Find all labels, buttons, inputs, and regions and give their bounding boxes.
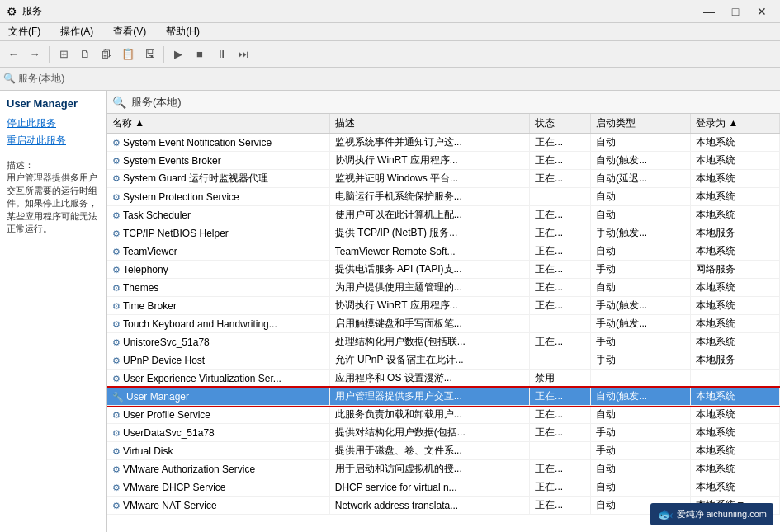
address-label: 🔍 服务(本地) xyxy=(3,72,64,86)
cell-desc: 用于启动和访问虚拟机的授... xyxy=(329,460,529,478)
cell-starttype: 自动 xyxy=(591,406,691,424)
cell-name: ⚙System Protection Service xyxy=(107,188,329,206)
col-header-logon[interactable]: 登录为 ▲ xyxy=(691,114,780,134)
toolbar-separator-2 xyxy=(163,46,164,63)
table-row[interactable]: ⚙System Events Broker 协调执行 WinRT 应用程序...… xyxy=(107,152,780,170)
table-row[interactable]: ⚙VMware DHCP Service DHCP service for vi… xyxy=(107,478,780,497)
services-table[interactable]: 名称 ▲ 描述 状态 启动类型 登录为 ▲ ⚙System Event Noti… xyxy=(107,114,780,532)
window-title: 服务 xyxy=(22,4,42,18)
table-row[interactable]: ⚙User Experience Virtualization Ser... 应… xyxy=(107,370,780,388)
cell-status: 正在... xyxy=(530,478,591,497)
col-header-name[interactable]: 名称 ▲ xyxy=(107,114,329,134)
cell-desc: 协调执行 WinRT 应用程序... xyxy=(329,297,529,315)
cell-status xyxy=(530,442,591,460)
cell-desc: 用户管理器提供多用户交互... xyxy=(329,388,529,406)
show-hide-console-button[interactable]: ⊞ xyxy=(54,45,73,64)
cell-name: ⚙Telephony xyxy=(107,261,329,279)
cell-starttype: 手动(触发... xyxy=(591,297,691,315)
cell-logon: 本地系统 xyxy=(691,152,780,170)
table-row[interactable]: ⚙Touch Keyboard and Handwriting... 启用触摸键… xyxy=(107,315,780,333)
pause-button[interactable]: ⏸ xyxy=(211,45,231,64)
restart-button[interactable]: ⏭ xyxy=(233,45,253,64)
table-row[interactable]: ⚙Time Broker 协调执行 WinRT 应用程序... 正在... 手动… xyxy=(107,297,780,315)
table-row[interactable]: ⚙UnistoreSvc_51a78 处理结构化用户数据(包括联... 正在..… xyxy=(107,333,780,351)
stop-button[interactable]: ■ xyxy=(190,45,210,64)
cell-starttype xyxy=(591,370,691,388)
cell-name: ⚙Touch Keyboard and Handwriting... xyxy=(107,315,329,333)
cell-status: 正在... xyxy=(530,279,591,297)
table-row[interactable]: ⚙TeamViewer TeamViewer Remote Soft... 正在… xyxy=(107,242,780,261)
cell-name: ⚙System Event Notification Service xyxy=(107,134,329,152)
cell-logon: 本地服务 xyxy=(691,224,780,242)
copy-button[interactable]: 🗐 xyxy=(97,45,116,64)
cell-starttype: 手动 xyxy=(591,442,691,460)
cell-logon: 本地系统 xyxy=(691,460,780,478)
start-button[interactable]: ▶ xyxy=(168,45,188,64)
table-row[interactable]: ⚙Telephony 提供电话服务 API (TAPI)支... 正在... 手… xyxy=(107,261,780,279)
title-bar: ⚙ 服务 — □ ✕ xyxy=(0,0,780,23)
stop-service-link[interactable]: 停止此服务 xyxy=(7,116,100,130)
menu-view[interactable]: 查看(V) xyxy=(108,23,151,40)
restart-service-link[interactable]: 重启动此服务 xyxy=(7,134,100,148)
cell-name: ⚙TeamViewer xyxy=(107,242,329,261)
table-row[interactable]: ⚙TCP/IP NetBIOS Helper 提供 TCP/IP (NetBT)… xyxy=(107,224,780,242)
cell-starttype: 自动 xyxy=(591,188,691,206)
forward-button[interactable]: → xyxy=(25,45,45,64)
table-row[interactable]: 🔧User Manager 用户管理器提供多用户交互... 正在... 自动(触… xyxy=(107,388,780,406)
title-bar-controls[interactable]: — □ ✕ xyxy=(697,3,773,20)
menu-file[interactable]: 文件(F) xyxy=(3,23,45,40)
table-row[interactable]: ⚙System Protection Service 电脑运行手机系统保护服务.… xyxy=(107,188,780,206)
close-button[interactable]: ✕ xyxy=(750,3,773,20)
cell-starttype: 自动 xyxy=(591,478,691,497)
paste-button[interactable]: 📋 xyxy=(118,45,138,64)
cell-status: 正在... xyxy=(530,333,591,351)
cell-status: 正在... xyxy=(530,460,591,478)
cell-desc: 为用户提供使用主题管理的... xyxy=(329,279,529,297)
cell-starttype: 手动 xyxy=(591,333,691,351)
cell-desc: 此服务负责加载和卸载用户... xyxy=(329,406,529,424)
table-row[interactable]: ⚙VMware Authorization Service 用于启动和访问虚拟机… xyxy=(107,460,780,478)
properties-button[interactable]: 🖫 xyxy=(139,45,159,64)
cell-logon: 本地系统 xyxy=(691,170,780,188)
menu-help[interactable]: 帮助(H) xyxy=(161,23,205,40)
col-header-starttype[interactable]: 启动类型 xyxy=(591,114,691,134)
table-row[interactable]: ⚙Task Scheduler 使用户可以在此计算机上配... 正在... 自动… xyxy=(107,206,780,224)
content-header: 🔍 服务(本地) xyxy=(107,91,780,114)
menu-bar: 文件(F) 操作(A) 查看(V) 帮助(H) xyxy=(0,23,780,41)
cell-name: ⚙System Guard 运行时监视器代理 xyxy=(107,170,329,188)
service-icon: ⚙ xyxy=(112,301,121,311)
cell-desc: 提供电话服务 API (TAPI)支... xyxy=(329,261,529,279)
table-row[interactable]: ⚙User Profile Service 此服务负责加载和卸载用户... 正在… xyxy=(107,406,780,424)
back-button[interactable]: ← xyxy=(3,45,23,64)
cell-status: 正在... xyxy=(530,134,591,152)
col-header-desc[interactable]: 描述 xyxy=(329,114,529,134)
cell-logon: 本地系统 xyxy=(691,206,780,224)
table-row[interactable]: ⚙System Guard 运行时监视器代理 监视并证明 Windows 平台.… xyxy=(107,170,780,188)
cell-status: 正在... xyxy=(530,497,591,515)
cell-starttype: 自动(触发... xyxy=(591,388,691,406)
table-row[interactable]: ⚙Themes 为用户提供使用主题管理的... 正在... 自动 本地系统 xyxy=(107,279,780,297)
table-row[interactable]: ⚙Virtual Disk 提供用于磁盘、卷、文件系... 手动 本地系统 xyxy=(107,442,780,460)
table-row[interactable]: ⚙System Event Notification Service 监视系统事… xyxy=(107,134,780,152)
service-icon: ⚙ xyxy=(112,446,121,456)
cell-starttype: 自动 xyxy=(591,460,691,478)
cell-name: ⚙System Events Broker xyxy=(107,152,329,170)
cell-desc: 监视系统事件并通知订户这... xyxy=(329,134,529,152)
menu-action[interactable]: 操作(A) xyxy=(55,23,98,40)
cell-starttype: 自动 xyxy=(591,242,691,261)
maximize-button[interactable]: □ xyxy=(724,3,747,20)
service-icon: ⚙ xyxy=(112,501,121,511)
cell-logon: 本地系统 xyxy=(691,388,780,406)
cell-logon: 本地系统 xyxy=(691,333,780,351)
table-row[interactable]: ⚙UPnP Device Host 允许 UPnP 设备宿主在此计... 手动 … xyxy=(107,351,780,370)
table-row[interactable]: ⚙UserDataSvc_51a78 提供对结构化用户数据(包括... 正在..… xyxy=(107,424,780,442)
content-header-title: 服务(本地) xyxy=(131,95,182,110)
service-icon: 🔧 xyxy=(112,392,124,402)
cell-starttype: 自动 xyxy=(591,134,691,152)
table-header: 名称 ▲ 描述 状态 启动类型 登录为 ▲ xyxy=(107,114,780,134)
toolbar-separator-1 xyxy=(49,46,50,63)
minimize-button[interactable]: — xyxy=(697,3,721,20)
new-button[interactable]: 🗋 xyxy=(75,45,95,64)
col-header-status[interactable]: 状态 xyxy=(530,114,591,134)
service-icon: ⚙ xyxy=(112,192,121,202)
